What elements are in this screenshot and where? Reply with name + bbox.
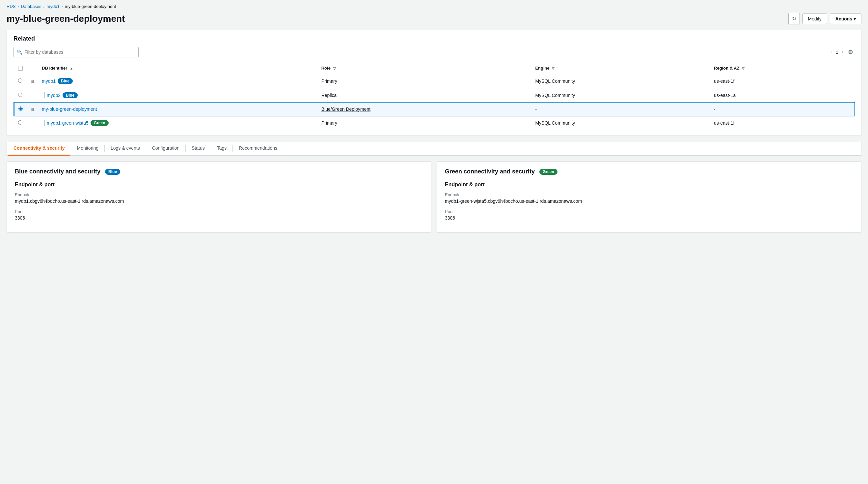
tab-separator xyxy=(71,145,71,152)
select-all-checkbox[interactable] xyxy=(18,66,23,70)
green-endpoint-label: Endpoint xyxy=(445,192,853,197)
tab-item-logs-events[interactable]: Logs & events xyxy=(105,141,145,155)
blue-port-value: 3306 xyxy=(15,215,423,221)
db-identifier-link[interactable]: mydb2 xyxy=(47,93,61,98)
db-identifier-link[interactable]: my-blue-green-deployment xyxy=(42,107,97,112)
db-badge: Blue xyxy=(58,78,73,84)
refresh-button[interactable]: ↻ xyxy=(788,13,800,24)
db-badge: Green xyxy=(91,120,108,126)
table-row[interactable]: mydb2BlueReplicaMySQL Communityus-east-1… xyxy=(14,88,855,103)
blue-panel: Blue connectivity and security Blue Endp… xyxy=(7,161,431,233)
row-radio[interactable] xyxy=(18,79,22,83)
breadcrumb-databases[interactable]: Databases xyxy=(21,4,41,9)
indent-line xyxy=(44,120,45,126)
table-row[interactable]: mydb1-green-wjsta5GreenPrimaryMySQL Comm… xyxy=(14,116,855,130)
header-actions: ↻ Modify Actions ▾ xyxy=(788,13,861,24)
col-engine: Engine ▽ xyxy=(531,62,710,74)
row-region-cell: us-east-1a xyxy=(710,88,855,103)
green-panel: Green connectivity and security Green En… xyxy=(437,161,861,233)
modify-button[interactable]: Modify xyxy=(803,13,827,24)
db-identifier-link[interactable]: mydb1 xyxy=(42,79,56,84)
row-region-cell: us-east-1f xyxy=(710,116,855,130)
sort-engine-icon: ▽ xyxy=(552,66,555,70)
related-table: DB identifier ▲ Role ▽ Engine ▽ Region &… xyxy=(13,62,855,130)
tab-item-monitoring[interactable]: Monitoring xyxy=(72,141,104,155)
actions-button[interactable]: Actions ▾ xyxy=(830,13,861,24)
next-page-button[interactable]: › xyxy=(840,49,845,56)
col-role: Role ▽ xyxy=(317,62,531,74)
green-port-value: 3306 xyxy=(445,215,853,221)
db-identifier-link[interactable]: mydb1-green-wjsta5 xyxy=(47,120,89,125)
tab-separator xyxy=(211,145,211,152)
tab-separator xyxy=(104,145,105,152)
row-engine-cell: MySQL Community xyxy=(531,88,710,103)
row-role-cell: Blue/Green Deployment xyxy=(317,103,531,116)
related-card: Related 🔍 ‹ 1 › ⚙ xyxy=(7,30,861,136)
green-panel-badge: Green xyxy=(539,169,557,175)
row-expand-cell[interactable]: ⊟ xyxy=(27,103,38,116)
blue-port-label: Port xyxy=(15,209,423,214)
row-expand-cell[interactable]: ⊟ xyxy=(27,74,38,88)
col-expand xyxy=(27,62,38,74)
content-panels: Blue connectivity and security Blue Endp… xyxy=(0,156,868,238)
tab-separator xyxy=(146,145,146,152)
green-port-label: Port xyxy=(445,209,853,214)
filter-input[interactable] xyxy=(13,47,138,57)
blue-endpoint-value: mydb1.cbgv6h4bocho.us-east-1.rds.amazona… xyxy=(15,198,423,204)
table-settings-button[interactable]: ⚙ xyxy=(846,48,855,56)
breadcrumb-mydb1[interactable]: mydb1 xyxy=(47,4,60,9)
breadcrumb-sep-3: › xyxy=(62,4,63,9)
page-number: 1 xyxy=(836,50,838,55)
pagination-controls: ‹ 1 › ⚙ xyxy=(830,48,855,56)
row-engine-cell: - xyxy=(531,103,710,116)
tab-item-tags[interactable]: Tags xyxy=(212,141,232,155)
col-region: Region & AZ ▽ xyxy=(710,62,855,74)
row-radio-cell[interactable] xyxy=(14,103,27,116)
table-row[interactable]: ⊟my-blue-green-deploymentBlue/Green Depl… xyxy=(14,103,855,116)
tab-item-connectivity-security[interactable]: Connectivity & security xyxy=(8,141,70,155)
tabs-section: Connectivity & securityMonitoringLogs & … xyxy=(7,141,861,156)
db-badge: Blue xyxy=(63,92,78,98)
breadcrumb: RDS › Databases › mydb1 › my-blue-green-… xyxy=(0,0,868,11)
page-title: my-blue-green-deployment xyxy=(7,13,125,24)
tab-item-recommendations[interactable]: Recommendations xyxy=(234,141,282,155)
related-title: Related xyxy=(13,35,855,42)
blue-panel-badge: Blue xyxy=(105,169,120,175)
tabs-bar: Connectivity & securityMonitoringLogs & … xyxy=(7,141,861,155)
blue-endpoint-subtitle: Endpoint & port xyxy=(15,182,423,188)
row-region-cell: - xyxy=(710,103,855,116)
sort-db-identifier-icon: ▲ xyxy=(70,66,73,70)
row-radio[interactable] xyxy=(19,107,23,111)
indent-line xyxy=(44,92,45,98)
breadcrumb-rds[interactable]: RDS xyxy=(7,4,16,9)
prev-page-button[interactable]: ‹ xyxy=(830,49,834,56)
tab-separator xyxy=(232,145,233,152)
expand-icon[interactable]: ⊟ xyxy=(31,79,34,84)
green-endpoint-subtitle: Endpoint & port xyxy=(445,182,853,188)
row-engine-cell: MySQL Community xyxy=(531,74,710,88)
row-radio-cell[interactable] xyxy=(14,116,27,130)
blue-endpoint-label: Endpoint xyxy=(15,192,423,197)
row-radio[interactable] xyxy=(18,93,22,97)
row-region-cell: us-east-1f xyxy=(710,74,855,88)
breadcrumb-sep-2: › xyxy=(43,4,45,9)
filter-bar: 🔍 ‹ 1 › ⚙ xyxy=(13,47,855,57)
row-role-cell: Primary xyxy=(317,116,531,130)
row-role-cell: Primary xyxy=(317,74,531,88)
blue-panel-title: Blue connectivity and security Blue xyxy=(15,168,423,175)
green-panel-title: Green connectivity and security Green xyxy=(445,168,853,175)
tab-item-configuration[interactable]: Configuration xyxy=(147,141,185,155)
green-endpoint-value: mydb1-green-wjsta5.cbgv6h4bocho.us-east-… xyxy=(445,198,853,204)
expand-icon[interactable]: ⊟ xyxy=(31,107,34,112)
tab-item-status[interactable]: Status xyxy=(186,141,210,155)
row-expand-cell xyxy=(27,88,38,103)
row-radio-cell[interactable] xyxy=(14,88,27,103)
col-db-identifier: DB identifier ▲ xyxy=(38,62,317,74)
row-radio-cell[interactable] xyxy=(14,74,27,88)
search-icon: 🔍 xyxy=(17,50,22,55)
tab-separator xyxy=(185,145,186,152)
row-expand-cell xyxy=(27,116,38,130)
row-db-identifier-cell: mydb1-green-wjsta5Green xyxy=(38,116,317,130)
row-radio[interactable] xyxy=(18,120,22,125)
table-row[interactable]: ⊟mydb1BluePrimaryMySQL Communityus-east-… xyxy=(14,74,855,88)
